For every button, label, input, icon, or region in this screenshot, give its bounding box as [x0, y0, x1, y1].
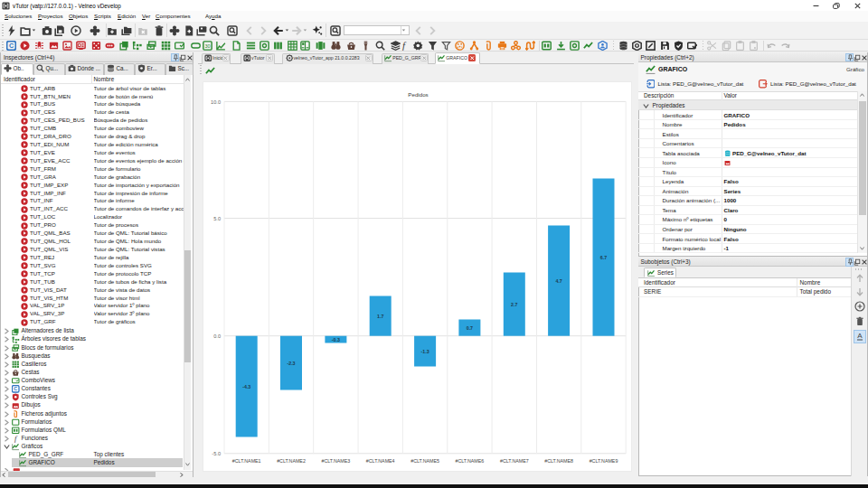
svg-text:-1.3: -1.3 — [420, 349, 429, 354]
svg-text:#CLT.NAME3: #CLT.NAME3 — [321, 458, 350, 464]
svg-text:#CLT.NAME9: #CLT.NAME9 — [589, 458, 618, 464]
svg-text:10.0: 10.0 — [211, 99, 221, 105]
svg-text:0.7: 0.7 — [466, 325, 472, 331]
svg-text:-5.0: -5.0 — [212, 451, 221, 456]
svg-text:-4.3: -4.3 — [242, 384, 250, 389]
svg-text:#CLT.NAME6: #CLT.NAME6 — [455, 458, 484, 464]
svg-text:A: A — [857, 332, 863, 340]
svg-text:Pedidos: Pedidos — [408, 91, 428, 98]
svg-text:30: 30 — [204, 42, 210, 48]
svg-text:#CLT.NAME7: #CLT.NAME7 — [499, 458, 528, 464]
svg-text:C: C — [9, 42, 14, 50]
svg-text:#CLT.NAME8: #CLT.NAME8 — [544, 458, 573, 464]
svg-text:-2.3: -2.3 — [287, 361, 295, 366]
svg-text:2.7: 2.7 — [511, 302, 517, 307]
svg-text:6.7: 6.7 — [599, 255, 606, 260]
svg-text:#CLT.NAME4: #CLT.NAME4 — [365, 458, 394, 464]
svg-text:#CLT.NAME1: #CLT.NAME1 — [231, 458, 260, 464]
svg-text:C: C — [14, 387, 17, 392]
svg-text:4.7: 4.7 — [555, 278, 561, 284]
svg-text:f: f — [14, 435, 18, 443]
svg-text:1.7: 1.7 — [377, 314, 383, 319]
svg-text:f: f — [401, 41, 406, 51]
svg-text:#CLT.NAME5: #CLT.NAME5 — [410, 458, 439, 464]
svg-text:-0.3: -0.3 — [331, 337, 339, 343]
svg-text:#CLT.NAME2: #CLT.NAME2 — [277, 458, 306, 464]
svg-text:0.0: 0.0 — [213, 333, 221, 339]
svg-text:5.0: 5.0 — [213, 216, 221, 221]
